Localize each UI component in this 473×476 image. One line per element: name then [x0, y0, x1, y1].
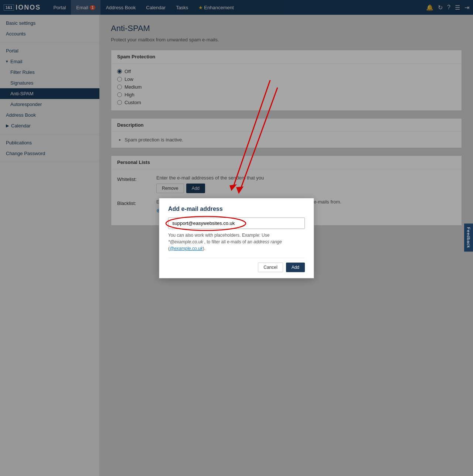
svg-marker-4: [236, 186, 244, 194]
modal-add-button[interactable]: Add: [286, 263, 305, 272]
modal-overlay[interactable]: Add e-mail address You can also work wit…: [0, 0, 473, 476]
modal-footer: Cancel Add: [168, 258, 305, 272]
svg-line-3: [241, 88, 278, 189]
email-input[interactable]: [168, 218, 305, 229]
svg-line-1: [233, 80, 270, 187]
modal-title: Add e-mail address: [168, 206, 305, 212]
arrow-annotation: [204, 80, 322, 206]
add-email-modal: Add e-mail address You can also work wit…: [159, 198, 314, 278]
modal-hint: You can also work with placeholders. Exa…: [168, 232, 305, 252]
feedback-tab-wrapper: Feedback: [464, 223, 473, 253]
svg-marker-2: [229, 184, 237, 191]
feedback-button[interactable]: Feedback: [464, 223, 473, 251]
modal-input-wrapper: [168, 218, 305, 232]
modal-cancel-button[interactable]: Cancel: [258, 263, 283, 272]
